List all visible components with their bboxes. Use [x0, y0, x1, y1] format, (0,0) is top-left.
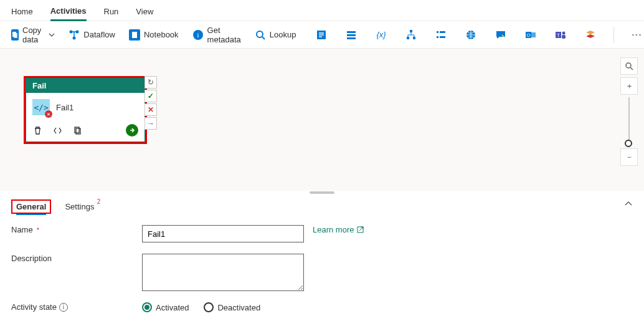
main-tab-run[interactable]: Run	[104, 3, 119, 20]
dataflow-icon	[69, 29, 80, 41]
tab-general[interactable]: General	[16, 199, 46, 215]
get-metadata-button[interactable]: i Get metadata	[189, 23, 245, 47]
svg-line-33	[630, 67, 633, 70]
notebook-label: Notebook	[144, 30, 179, 39]
copy-data-button[interactable]: Copy data	[7, 23, 59, 47]
get-metadata-label: Get metadata	[207, 26, 241, 44]
name-label: Name*	[11, 225, 142, 234]
copy-icon[interactable]	[72, 125, 82, 135]
radio-activated-icon	[142, 302, 152, 312]
teams-icon[interactable]: T	[551, 27, 570, 43]
svg-rect-28	[562, 35, 566, 39]
svg-line-9	[262, 37, 265, 39]
connector-fail-icon[interactable]: ✕	[144, 103, 157, 116]
hierarchy-icon[interactable]	[402, 27, 420, 43]
chat-icon[interactable]	[491, 27, 510, 43]
connector-success-icon[interactable]: ✓	[144, 90, 157, 102]
code-icon[interactable]	[52, 125, 62, 135]
dataflow-label: Dataflow	[83, 30, 115, 39]
learn-more-label: Learn more	[313, 225, 354, 234]
copy-data-icon	[11, 29, 19, 41]
toolbar-divider	[613, 27, 614, 43]
name-input[interactable]	[142, 225, 304, 242]
radio-deactivated-icon	[204, 302, 214, 312]
svg-rect-1	[14, 33, 17, 38]
radio-activated[interactable]: Activated	[142, 302, 189, 312]
svg-rect-12	[347, 34, 356, 36]
description-input[interactable]	[142, 254, 304, 291]
lookup-label: Lookup	[270, 30, 296, 39]
search-canvas-icon[interactable]	[620, 57, 638, 75]
svg-text:{x}: {x}	[377, 30, 387, 39]
activity-state-label: Activity state i	[11, 302, 142, 312]
main-tab-home[interactable]: Home	[11, 3, 33, 20]
collapse-panel-icon[interactable]	[624, 199, 633, 208]
svg-text:i: i	[197, 31, 199, 39]
zoom-slider[interactable]	[628, 97, 630, 146]
activity-highlight: Fail </> ✕ Fail1	[24, 76, 147, 144]
activity-card-header: Fail	[26, 79, 144, 93]
info-tooltip-icon[interactable]: i	[59, 303, 68, 312]
svg-rect-17	[413, 37, 415, 39]
run-icon[interactable]	[126, 124, 138, 137]
search-icon	[255, 29, 266, 41]
zoom-in-icon[interactable]: ＋	[620, 77, 638, 95]
lookup-button[interactable]: Lookup	[251, 27, 300, 43]
variable-icon[interactable]: {x}	[372, 27, 391, 43]
pipeline-canvas[interactable]: Fail </> ✕ Fail1	[0, 49, 644, 191]
svg-point-8	[257, 31, 263, 37]
tab-highlight: General	[11, 199, 51, 214]
fail-activity-icon: </> ✕	[32, 99, 50, 115]
dataflow-button[interactable]: Dataflow	[65, 27, 119, 43]
svg-rect-15	[410, 30, 412, 32]
main-tab-activities[interactable]: Activities	[50, 2, 87, 21]
svg-rect-16	[407, 37, 409, 39]
layers-icon[interactable]	[581, 27, 600, 43]
web-icon[interactable]	[462, 27, 480, 43]
main-tab-view[interactable]: View	[136, 3, 153, 20]
activity-card-fail[interactable]: Fail </> ✕ Fail1	[26, 78, 145, 142]
zoom-handle[interactable]	[625, 140, 632, 147]
svg-rect-24	[531, 32, 536, 37]
radio-deactivated[interactable]: Deactivated	[204, 302, 260, 312]
notebook-button[interactable]: Notebook	[125, 27, 182, 43]
svg-rect-5	[132, 32, 137, 38]
external-link-icon	[356, 226, 364, 234]
settings-badge: 2	[97, 198, 101, 205]
script-icon[interactable]	[312, 27, 331, 43]
connector-completion-icon[interactable]: →	[144, 117, 157, 130]
info-icon: i	[192, 29, 204, 41]
outlook-icon[interactable]: O	[521, 27, 540, 43]
connector-retry-icon[interactable]: ↻	[144, 76, 157, 89]
svg-text:T: T	[557, 32, 561, 38]
zoom-out-icon[interactable]: －	[620, 148, 638, 166]
table-icon[interactable]	[342, 27, 361, 43]
svg-rect-18	[437, 31, 438, 33]
notebook-icon	[129, 29, 140, 41]
tab-settings[interactable]: Settings 2	[65, 199, 94, 214]
tab-settings-label: Settings	[65, 202, 94, 211]
description-label: Description	[11, 254, 142, 263]
activity-card-name: Fail1	[56, 103, 73, 112]
radio-deactivated-label: Deactivated	[217, 303, 260, 312]
svg-rect-13	[347, 37, 356, 39]
svg-rect-19	[440, 31, 445, 33]
radio-activated-label: Activated	[156, 303, 189, 312]
copy-data-label: Copy data	[22, 26, 45, 44]
svg-point-32	[626, 63, 631, 68]
svg-text:O: O	[527, 32, 531, 38]
error-badge-icon: ✕	[45, 110, 52, 118]
svg-rect-20	[437, 36, 438, 38]
svg-rect-21	[440, 36, 445, 38]
svg-point-27	[562, 31, 566, 34]
svg-rect-11	[347, 31, 356, 33]
chevron-down-icon	[49, 32, 55, 38]
list-icon[interactable]	[432, 27, 450, 43]
learn-more-link[interactable]: Learn more	[313, 225, 364, 234]
delete-icon[interactable]	[32, 125, 42, 135]
more-icon[interactable]: ···	[628, 30, 644, 39]
